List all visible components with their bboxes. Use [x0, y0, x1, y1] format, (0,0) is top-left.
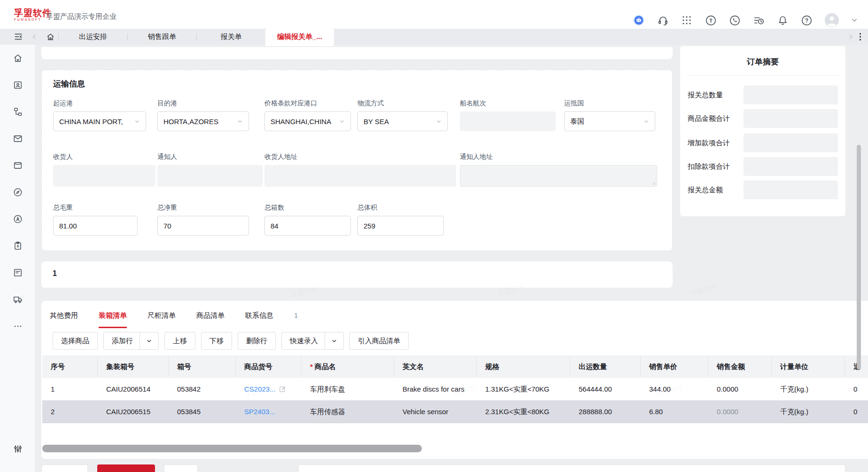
col-unit-price[interactable]: 销售单价 [641, 355, 708, 378]
move-down-button[interactable]: 下移 [201, 332, 232, 350]
field-label-departure-port: 起运港 [53, 99, 73, 112]
phone-icon[interactable] [728, 14, 741, 26]
translate-badge-icon[interactable]: T [705, 14, 717, 26]
col-goods-name[interactable]: *商品名 [302, 355, 394, 378]
apps-grid-icon[interactable] [681, 14, 693, 26]
sidebar-mail-icon[interactable] [0, 125, 35, 152]
add-row-split-button[interactable]: 添加行 [103, 332, 159, 350]
tab-other-fees[interactable]: 其他费用 [50, 307, 78, 327]
tab-edit-customs-declaration-active[interactable]: 编辑报关单_... [265, 29, 334, 46]
additions-total-input [744, 134, 838, 152]
item-no-link[interactable]: SP2403... [244, 401, 275, 423]
consignee-address-textarea[interactable] [264, 165, 456, 187]
tab-customs-declaration[interactable]: 报关单 [197, 29, 265, 45]
field-label-arrival-country: 运抵国 [564, 99, 584, 112]
total-cartons-input[interactable]: 84 [264, 216, 351, 236]
col-ship-qty[interactable]: 出运数量 [570, 355, 641, 378]
logistics-mode-select[interactable]: BY SEA [357, 111, 448, 131]
svg-text:T: T [709, 17, 713, 23]
document-tabbar: 出运安排 销售跟单 报关单 编辑报关单_... [0, 29, 868, 45]
tab-goods-list[interactable]: 商品清单 [196, 307, 225, 327]
departure-port-select[interactable]: CHINA MAIN PORT, [53, 111, 146, 131]
col-unit[interactable]: 计量单位 [772, 355, 845, 378]
sidebar-filter-sliders-icon[interactable] [0, 444, 35, 454]
sidebar-pocket-icon[interactable] [0, 152, 35, 179]
notify-party-textarea[interactable] [157, 165, 263, 187]
tab-packing-list-active[interactable]: 装箱清单 [99, 307, 127, 328]
order-summary-panel: 订单摘要 报关总数量 商品金额合计 增加款项合计 扣除款项合计 报关总金额 [680, 46, 845, 216]
tab-shipping-arrangement[interactable]: 出运安排 [59, 29, 127, 45]
col-spec[interactable]: 规格 [477, 355, 570, 378]
arrival-country-select[interactable]: 泰国 [564, 111, 655, 131]
bottom-button-partial[interactable] [41, 464, 88, 472]
consignee-textarea[interactable] [53, 165, 155, 187]
field-label-notify-address: 通知人地址 [460, 153, 493, 165]
textarea-resize-handle[interactable] [652, 181, 656, 185]
quick-entry-dropdown-icon[interactable] [325, 338, 343, 344]
tab-sales-order[interactable]: 销售跟单 [128, 29, 196, 45]
sidebar-compass-icon[interactable] [0, 179, 35, 205]
notify-address-textarea[interactable] [460, 165, 657, 187]
home-tab-icon[interactable] [42, 29, 58, 45]
edit-icon[interactable] [279, 385, 286, 393]
sidebar-contacts-icon[interactable] [0, 71, 35, 98]
field-label-total-volume: 总体积 [357, 204, 377, 216]
svg-text:$: $ [16, 244, 19, 248]
tab-scroll-right-icon[interactable] [848, 34, 853, 39]
bottom-bar-partial [298, 464, 845, 472]
sidebar-home-icon[interactable] [0, 45, 35, 71]
task-list-icon[interactable] [752, 14, 765, 26]
destination-port-select[interactable]: HORTA,AZORES [157, 111, 249, 131]
vessel-voyage-input [460, 111, 556, 131]
col-item-no[interactable]: 商品货号 [236, 355, 302, 378]
user-avatar[interactable] [824, 13, 839, 28]
move-up-button[interactable]: 上移 [164, 332, 195, 350]
col-carton-no[interactable]: 箱号 [169, 355, 236, 378]
sidebar-billing-icon[interactable]: $ [0, 232, 35, 259]
ai-assistant-icon[interactable] [633, 14, 645, 26]
top-header: 孚盟软件 FUMASOFT 孚盟产品演示专用企业 T [0, 0, 868, 29]
account-chevron-down-icon[interactable] [851, 14, 858, 26]
horizontal-scrollbar-thumb[interactable] [42, 445, 422, 452]
gross-weight-input[interactable]: 81.00 [53, 216, 138, 236]
sidebar-more-icon[interactable] [0, 313, 35, 339]
col-sales-amount[interactable]: 销售金额 [708, 355, 772, 378]
chevron-down-icon [339, 118, 345, 124]
menu-fold-icon[interactable] [10, 29, 26, 45]
total-volume-input[interactable]: 259 [357, 216, 444, 236]
help-icon[interactable]: ? [800, 14, 813, 26]
sidebar-audit-icon[interactable] [0, 205, 35, 232]
tab-container-list[interactable]: 尺柜清单 [147, 307, 176, 327]
table-row-selected[interactable]: 2 CAIU2006515 053845 SP2403... 车用传感器 Veh… [42, 401, 868, 423]
vertical-scrollbar-thumb[interactable] [857, 145, 861, 370]
col-english-name[interactable]: 英文名 [394, 355, 477, 378]
table-row[interactable]: 1 CAIU2006514 053842 CS2023... 车用刹车盘 Bra… [42, 378, 868, 401]
import-goods-list-button[interactable]: 引入商品清单 [349, 332, 409, 350]
select-goods-button[interactable]: 选择商品 [53, 332, 98, 350]
bottom-primary-button-partial[interactable] [97, 464, 155, 472]
item-no-link[interactable]: CS2023... [244, 378, 276, 401]
tab-more-options-icon[interactable] [859, 33, 861, 41]
sidebar-logistics-truck-icon[interactable] [0, 286, 35, 313]
quick-entry-split-button[interactable]: 快速录入 [281, 332, 344, 350]
col-seq[interactable]: 序号 [42, 355, 98, 378]
support-headset-icon[interactable] [657, 14, 669, 26]
bottom-button-partial[interactable] [164, 464, 198, 472]
notifications-bell-icon[interactable] [776, 14, 789, 26]
field-label-total-cartons: 总箱数 [264, 204, 284, 216]
chevron-down-icon [436, 118, 442, 124]
tab-contact-info[interactable]: 联系信息 [245, 307, 273, 327]
field-label-net-weight: 总净重 [157, 204, 177, 216]
net-weight-input[interactable]: 70 [157, 216, 249, 236]
field-label-consignee-address: 收货人地址 [264, 153, 297, 165]
deductions-total-input [744, 157, 838, 176]
price-term-port-select[interactable]: SHANGHAI,CHINA [264, 111, 351, 131]
add-row-dropdown-icon[interactable] [140, 338, 158, 344]
chevron-down-icon [643, 118, 649, 124]
tab-scroll-left-icon[interactable] [26, 29, 42, 45]
sidebar-form-icon[interactable] [0, 259, 35, 286]
delete-row-button[interactable]: 删除行 [238, 332, 276, 350]
col-container-no[interactable]: 集装箱号 [98, 355, 169, 378]
summary-row-declared-qty: 报关总数量 [688, 86, 838, 104]
sidebar-org-structure-icon[interactable] [0, 98, 35, 125]
